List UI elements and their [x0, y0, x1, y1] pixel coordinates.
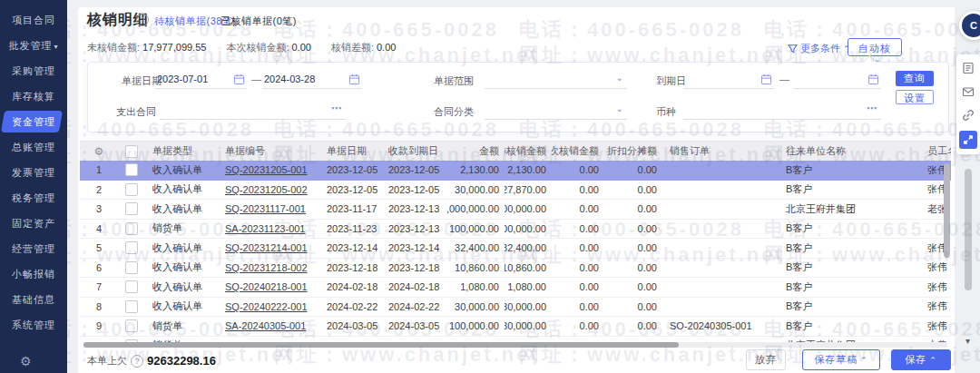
sidebar-item-基础信息[interactable]: 基础信息	[0, 288, 67, 311]
ellipsis-picker-icon[interactable]: ⋯	[331, 103, 342, 114]
auto-verify-button[interactable]: 自动核销	[848, 38, 902, 56]
doc-link[interactable]: SQ-20240218-001	[225, 281, 308, 292]
column-header[interactable]: 往来单位名称	[779, 142, 924, 161]
doc-range-select[interactable]: ⌄	[485, 72, 627, 89]
sidebar-item-资金管理[interactable]: 资金管理	[0, 110, 67, 133]
sidebar-item-总账管理[interactable]: 总账管理	[0, 135, 67, 159]
tab-verified-docs[interactable]: 已核销单据(0笔)	[220, 15, 297, 28]
sidebar-item-税务管理[interactable]: 税务管理	[0, 186, 67, 210]
table-row[interactable]: 8收入确认单SQ-20240222-0012024-02-222024-02-2…	[80, 298, 951, 318]
due-date-from-input[interactable]	[683, 72, 774, 89]
customer-name: B客户	[779, 181, 924, 200]
row-checkbox[interactable]	[125, 261, 138, 274]
table-row[interactable]: 9销货单SA-20240305-0012024-03-052024-03-051…	[80, 317, 951, 337]
select-all-checkbox[interactable]	[125, 145, 138, 158]
doc-link[interactable]: SQ-20231218-002	[225, 262, 308, 273]
table-vertical-scrollbar[interactable]	[944, 163, 950, 258]
date-range-dash: —	[251, 74, 261, 84]
row-checkbox[interactable]	[125, 280, 138, 293]
service-float-button[interactable]: C	[959, 11, 980, 40]
doc-link[interactable]: SQ-20231117-001	[225, 203, 306, 214]
column-header[interactable]: 单据日期	[319, 142, 381, 161]
table-row[interactable]: 5收入确认单SQ-20231214-0012023-12-142023-12-1…	[80, 239, 951, 259]
doc-link[interactable]: SA-20231123-001	[225, 223, 305, 234]
sidebar-settings-gear-icon[interactable]: ⚙	[20, 354, 32, 368]
row-checkbox[interactable]	[125, 163, 138, 176]
row-checkbox[interactable]	[125, 241, 138, 254]
discount-amount: 0.00	[604, 161, 662, 180]
column-header[interactable]: 销售订单	[662, 142, 779, 161]
scroll-down-arrow-icon[interactable]: ▾	[965, 336, 970, 346]
sidebar-item-发票管理[interactable]: 发票管理	[0, 161, 67, 184]
doc-link[interactable]: SQ-20240222-001	[225, 301, 308, 312]
title-help-icon[interactable]: ?	[136, 14, 149, 26]
pending-amount: 1,080.00	[505, 278, 552, 297]
table-row[interactable]: 4销货单SA-20231123-0012023-11-232023-12-131…	[80, 220, 951, 240]
due-date-to-input[interactable]	[794, 72, 881, 89]
more-filters-toggle[interactable]: 更多条件 ⌃	[788, 42, 850, 55]
contract-category-select[interactable]: ⌄	[485, 103, 627, 120]
sidebar-item-经营管理[interactable]: 经营管理	[0, 237, 67, 260]
sales-order	[662, 239, 779, 258]
sidebar-item-采购管理[interactable]: 采购管理	[0, 59, 67, 83]
save-button[interactable]: 保存⌃	[891, 349, 951, 370]
sidebar-item-库存核算[interactable]: 库存核算	[0, 84, 67, 108]
doc-type: 收入确认单	[145, 161, 218, 180]
link-icon[interactable]	[956, 103, 980, 127]
owed-help-icon[interactable]: ?	[131, 355, 143, 368]
doc-link[interactable]: SQ-20231205-001	[225, 164, 308, 175]
employee-name: 张伟	[924, 278, 951, 297]
table-row[interactable]: 7收入确认单SQ-20240218-0012024-02-182024-02-1…	[80, 278, 951, 298]
doc-link[interactable]: SA-20240305-001	[225, 320, 306, 331]
mail-icon[interactable]	[956, 80, 980, 103]
currency-input[interactable]: ⋯	[683, 103, 881, 120]
current-verify-amount: 0.00	[552, 220, 604, 239]
page-vertical-scrollbar[interactable]	[965, 169, 972, 290]
table-header: ⚙单据类型单据编号单据日期收款到期日金额待核销金额本次核销金额折扣分摊额销售订单…	[80, 142, 951, 161]
footer-bar: 本单上欠 ? 92632298.16 放弃 保存草稿⌃ 保存⌃	[78, 348, 955, 373]
table-row[interactable]: 6收入确认单SQ-20231218-0022023-12-182023-12-1…	[80, 259, 951, 279]
cancel-button[interactable]: 放弃	[746, 349, 786, 370]
amount: 100,000.00	[446, 317, 505, 336]
column-header[interactable]: 本次核销金额	[552, 142, 604, 161]
expand-icon[interactable]	[959, 131, 977, 149]
column-header[interactable]: 金额	[446, 142, 505, 161]
sidebar-item-固定资产[interactable]: 固定资产	[0, 211, 67, 235]
row-checkbox[interactable]	[125, 183, 138, 196]
doc-link[interactable]: SQ-20231205-002	[225, 184, 308, 195]
column-header[interactable]: 单据类型	[145, 142, 218, 161]
table-row[interactable]: 3收入确认单SQ-20231117-0012023-11-172023-12-1…	[80, 200, 951, 220]
expense-contract-input[interactable]: ⋯	[160, 103, 346, 120]
doc-date-from-input[interactable]: 2023-07-01	[155, 72, 247, 89]
sidebar-item-项目合同[interactable]: 项目合同	[0, 8, 67, 32]
row-checkbox[interactable]	[125, 222, 138, 235]
sidebar-item-小畅报销[interactable]: 小畅报销	[0, 262, 67, 286]
table-row[interactable]: 2收入确认单SQ-20231205-0022023-12-052023-12-0…	[80, 181, 951, 201]
column-header[interactable]: 折扣分摊额	[604, 142, 662, 161]
row-checkbox[interactable]	[125, 202, 138, 215]
query-button[interactable]: 查询	[896, 71, 934, 86]
form-icon[interactable]	[956, 56, 980, 80]
due-date: 2024-03-05	[381, 317, 446, 336]
doc-date-to-input[interactable]: 2024-03-28	[262, 72, 362, 89]
column-header[interactable]: 员工名称	[924, 142, 951, 161]
row-checkbox[interactable]	[125, 300, 138, 313]
table-row[interactable]: 1收入确认单SQ-20231205-0012023-12-052023-12-0…	[80, 161, 951, 181]
save-draft-button[interactable]: 保存草稿⌃	[802, 349, 880, 370]
row-checkbox[interactable]	[125, 319, 138, 332]
table-horizontal-scrollbar-thumb[interactable]	[83, 342, 679, 348]
settings-button[interactable]: 设置	[896, 90, 934, 104]
pending-amount: 30,000.00	[505, 298, 552, 317]
column-settings-gear-icon[interactable]: ⚙	[94, 145, 104, 158]
chevron-down-icon: ▾	[54, 43, 58, 51]
ellipsis-picker-icon[interactable]: ⋯	[867, 103, 877, 114]
sidebar-item-系统管理[interactable]: 系统管理	[0, 313, 67, 337]
column-header[interactable]: 收款到期日	[381, 142, 446, 161]
column-header[interactable]: 单据编号	[218, 142, 319, 161]
doc-link[interactable]: SQ-20231214-001	[225, 242, 308, 253]
column-header[interactable]: 待核销金额	[505, 142, 552, 161]
sidebar-item-批发管理[interactable]: 批发管理▾	[0, 34, 67, 57]
doc-type: 收入确认单	[145, 181, 218, 200]
doc-range-label: 单据范围	[434, 74, 474, 88]
customer-name: B客户	[779, 239, 924, 258]
